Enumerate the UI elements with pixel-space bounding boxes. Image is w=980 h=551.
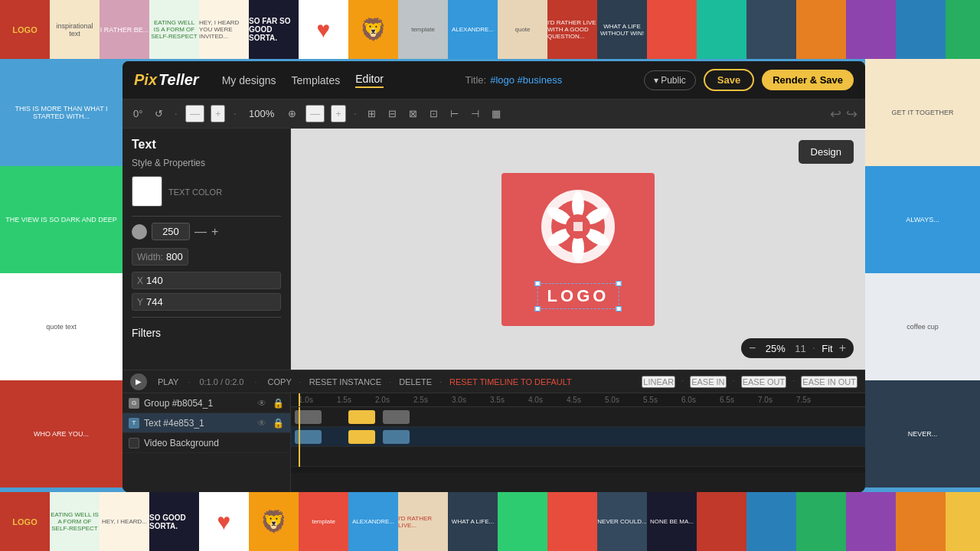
bg-strip-top: LOGO inspirational text I RATHER BE... E… [0,0,980,59]
group-clip-track [291,407,865,427]
zoom-icon[interactable]: ⊕ [285,106,299,121]
tl-sep-5: · [439,377,442,386]
ruler-tick-11: 6.0s [681,396,696,404]
zoom-in-button[interactable]: + [839,341,846,355]
copy-button[interactable]: COPY [268,377,292,386]
handle-tl[interactable] [535,281,541,286]
text-color-swatch[interactable] [132,176,162,207]
bg-cell [697,492,746,551]
ruler-tick-7: 4.0s [528,396,543,404]
group-clip-3[interactable] [383,410,410,424]
opacity-slider-handle[interactable] [132,224,147,240]
bg-cell: quote [498,0,547,59]
ease-sep-3: · [792,376,795,388]
play-icon: ▶ [136,377,142,386]
ruler-tick-5: 3.0s [452,396,466,404]
text-color-label: TEXT COLOR [168,184,222,198]
text-lock-icon[interactable]: 🔒 [273,418,284,429]
tl-sep-1: · [188,377,190,386]
text-color-row: TEXT COLOR [132,176,281,207]
handle-tr[interactable] [616,281,621,286]
opacity-minus[interactable]: — [194,225,207,239]
bg-cell [846,492,896,551]
nav-templates[interactable]: Templates [291,74,340,86]
bg-cell: EATING WELL IS A FORM OF SELF-RESPECT [149,0,199,59]
logo-text-container[interactable]: LOGO [537,283,619,309]
undo-icon[interactable]: ↩ [830,106,841,122]
zoom-out-btn[interactable]: — [185,105,204,122]
nav-editor[interactable]: Editor [355,73,384,88]
track-label-video: Video Background [122,433,290,453]
svg-rect-9 [573,222,583,231]
align-icon-1[interactable]: ⊞ [364,106,379,121]
track-label-text: T Text #4e853_1 👁 🔒 [122,413,290,433]
track-name-video: Video Background [144,438,284,448]
bg-cell [796,492,846,551]
zoom-out-button[interactable]: − [749,341,756,355]
properties-panel: Text Style & Properties TEXT COLOR 250 —… [122,129,291,370]
toolbar-row: 0° ↺ · — + · 100% ⊕ — + · ⊞ ⊟ ⊠ ⊡ ⊢ ⊣ ▦ … [122,99,865,129]
save-button[interactable]: Save [704,69,754,91]
reset-rotate-icon[interactable]: ↺ [152,106,166,121]
logo-text: LOGO [547,286,609,305]
video-checkbox[interactable] [129,438,139,448]
ease-out-btn[interactable]: EASE OUT [741,376,787,388]
playhead-line [299,407,300,467]
y-value[interactable]: 744 [146,296,163,308]
x-coord-group: X 140 [132,272,281,289]
opacity-plus[interactable]: + [211,225,218,239]
zoom-fit-label[interactable]: Fit [822,343,832,354]
ease-in-out-btn[interactable]: EASE IN OUT [801,376,858,388]
group-clip-2[interactable] [348,410,375,424]
zoom-in-btn[interactable]: + [211,105,226,122]
text-clip-3[interactable] [383,430,410,444]
public-button[interactable]: ▾ Public [644,70,696,90]
ruler-tick-10: 5.5s [643,396,658,404]
linear-btn[interactable]: LINEAR [642,376,675,388]
align-icon-3[interactable]: ⊠ [406,106,420,121]
handle-br[interactable] [616,306,621,311]
bg-cell-side: NEVER... [865,380,980,487]
title-value[interactable]: #logo #business [490,74,562,86]
title-label: Title: [466,74,487,86]
redo-icon[interactable]: ↪ [846,106,858,122]
logo-teller: Teller [158,71,199,89]
render-save-button[interactable]: Render & Save [762,70,854,90]
play-button[interactable]: ▶ [130,373,147,390]
ease-in-btn[interactable]: EASE IN [690,376,726,388]
canvas-area[interactable]: Design [291,129,865,370]
align-icon-5[interactable]: ⊢ [447,106,462,121]
ruler-tick-4: 2.5s [413,396,428,404]
design-button[interactable]: Design [799,140,854,164]
text-clip-2[interactable] [348,430,375,444]
props-section-title: Style & Properties [132,158,281,168]
bg-cell [796,0,846,59]
timeline-area: ▶ PLAY · 0:1.0 / 0:2.0 · COPY · RESET IN… [122,370,865,492]
tl-sep-3: · [299,377,302,386]
group-lock-icon[interactable]: 🔒 [273,398,284,409]
width-value[interactable]: 800 [166,251,183,262]
opacity-value[interactable]: 250 [152,223,190,240]
nav-my-designs[interactable]: My designs [222,74,276,86]
reset-timeline-button[interactable]: RESET TIMELINE TO DEFAULT [449,377,572,386]
align-icon-6[interactable]: ⊣ [468,106,482,121]
handle-bl[interactable] [535,306,541,311]
chart-icon[interactable]: ▦ [488,106,504,121]
bg-strip-left: THIS IS MORE THAN WHAT I STARTED WITH...… [0,59,122,492]
reset-instance-button[interactable]: RESET INSTANCE [309,377,381,386]
bg-cell: LOGO [0,0,50,59]
x-value[interactable]: 140 [146,275,163,286]
align-icon-2[interactable]: ⊟ [385,106,400,121]
group-eye-icon[interactable]: 👁 [257,398,266,409]
delete-button[interactable]: DELETE [399,377,432,386]
toolbar-sep-1: · [174,107,177,121]
bg-cell [946,492,980,551]
zoom-minus-btn[interactable]: — [305,105,325,122]
zoom-separator: · [812,341,815,355]
ruler-tick-14: 7.5s [796,396,811,404]
zoom-plus-btn[interactable]: + [331,105,346,122]
text-eye-icon[interactable]: 👁 [257,418,266,429]
bg-cell: I RATHER BE... [100,0,149,59]
bg-cell: inspirational text [50,0,100,59]
align-icon-4[interactable]: ⊡ [426,106,441,121]
